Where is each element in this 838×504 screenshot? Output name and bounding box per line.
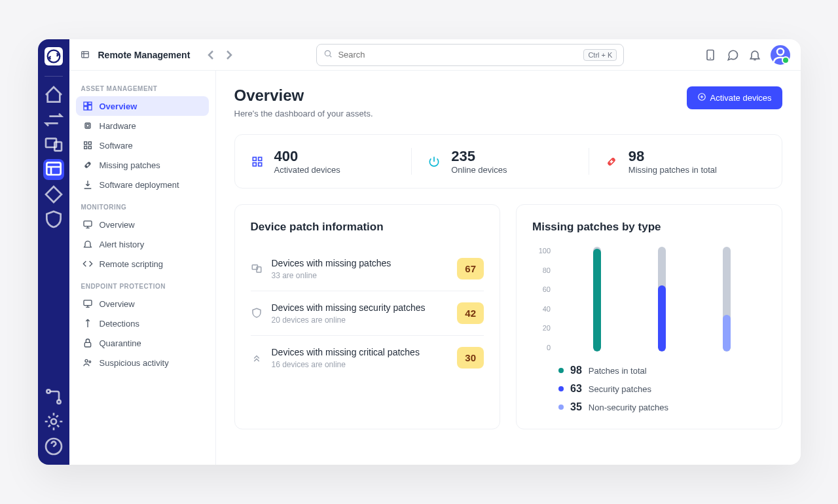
patch-row[interactable]: Devices with missing security patches20 …: [251, 291, 484, 335]
stat-label: Activated devices: [274, 165, 340, 175]
patch-row[interactable]: Devices with missing patches33 are onlin…: [251, 247, 484, 291]
plus-circle-icon: [697, 92, 706, 103]
rail-help-icon[interactable]: [43, 436, 64, 457]
svg-rect-25: [84, 221, 92, 226]
stat-value: 235: [451, 148, 507, 165]
shield-icon: [251, 307, 263, 319]
user-avatar[interactable]: [771, 45, 790, 65]
rail-shield-icon[interactable]: [43, 209, 64, 230]
page-subtitle: Here's the dashboard of your assets.: [234, 109, 373, 118]
lock-icon: [82, 338, 93, 348]
monitor-icon: [82, 298, 93, 309]
stat-value: 400: [274, 148, 340, 165]
nav-back-button[interactable]: [203, 47, 219, 63]
sidebar-item-label: Overview: [100, 101, 137, 111]
search-icon: [323, 49, 333, 61]
sidebar-item-hardware[interactable]: Hardware: [76, 116, 209, 135]
sidebar-item-suspicious-activity[interactable]: Suspicious activity: [76, 353, 209, 372]
dashboard-icon: [82, 101, 93, 111]
devices-icon: [251, 262, 263, 274]
svg-rect-35: [608, 158, 615, 166]
sidebar-item-label: Missing patches: [100, 160, 160, 170]
activate-devices-button[interactable]: Activate devices: [687, 86, 782, 109]
axis-tick: 40: [532, 305, 551, 313]
sidebar-item-alert-history[interactable]: Alert history: [76, 234, 209, 254]
app-logo[interactable]: [45, 47, 63, 65]
patch-info-card: Device patch information Devices with mi…: [234, 204, 501, 429]
sidebar-item-overview[interactable]: Overview: [76, 215, 209, 234]
svg-rect-14: [88, 105, 91, 110]
chat-icon[interactable]: [726, 48, 739, 62]
section-title: Remote Management: [98, 50, 191, 60]
sidebar-item-quarantine[interactable]: Quarantine: [76, 333, 209, 353]
patch-count-badge: 67: [457, 258, 484, 279]
svg-point-6: [51, 419, 56, 424]
sidebar-item-overview[interactable]: Overview: [76, 294, 209, 314]
rail-tag-icon[interactable]: [43, 184, 64, 205]
rail-management-icon[interactable]: [43, 159, 64, 180]
sidebar-item-label: Overview: [100, 220, 135, 230]
sidebar-item-label: Quarantine: [100, 338, 141, 348]
sidebar-item-detections[interactable]: Detections: [76, 314, 209, 333]
legend-label: Non-security patches: [589, 403, 668, 412]
svg-rect-32: [258, 157, 261, 160]
code-icon: [82, 259, 93, 269]
nav-forward-button[interactable]: [221, 47, 237, 63]
stat-label: Online devices: [451, 165, 507, 175]
rail-home-icon[interactable]: [43, 84, 64, 105]
axis-tick: 60: [532, 285, 551, 293]
svg-rect-34: [258, 162, 261, 166]
svg-rect-26: [84, 300, 92, 306]
patch-icon: [605, 155, 618, 168]
bar-chart: 100806040200: [532, 247, 766, 351]
search-box[interactable]: Ctrl + K: [316, 44, 624, 66]
svg-point-11: [777, 48, 784, 55]
patch-row-title: Devices with missing security patches: [272, 302, 448, 314]
search-input[interactable]: [338, 50, 578, 60]
patch-count-badge: 30: [457, 347, 484, 369]
bell-icon[interactable]: [748, 48, 761, 62]
axis-tick: 80: [532, 266, 551, 274]
svg-rect-19: [88, 142, 91, 145]
sidebar-item-label: Remote scripting: [100, 259, 164, 269]
detect-icon: [82, 318, 93, 329]
svg-point-5: [57, 400, 60, 403]
stat-online-devices: 235Online devices: [411, 148, 589, 175]
svg-point-4: [46, 389, 50, 393]
legend-item: 98Patches in total: [558, 365, 766, 376]
device-icon[interactable]: [704, 48, 717, 62]
stat-value: 98: [628, 148, 717, 165]
patch-row-subtitle: 33 are online: [272, 271, 448, 280]
legend-label: Security patches: [589, 384, 651, 394]
rail-workflow-icon[interactable]: [43, 386, 64, 407]
patch-row[interactable]: Devices with missing critical patches16 …: [251, 335, 484, 380]
sidebar-item-label: Detections: [100, 319, 139, 329]
stats-card: 400Activated devices235Online devices98M…: [234, 134, 782, 189]
page-title: Overview: [234, 86, 373, 105]
monitor-icon: [82, 219, 93, 230]
svg-point-24: [88, 163, 89, 164]
svg-rect-15: [84, 107, 87, 110]
sidebar-item-missing-patches[interactable]: Missing patches: [76, 155, 209, 175]
rail-settings-icon[interactable]: [43, 411, 64, 432]
power-icon: [428, 155, 441, 168]
sidebar-item-remote-scripting[interactable]: Remote scripting: [76, 254, 209, 274]
svg-point-23: [86, 166, 86, 166]
sidebar-item-software[interactable]: Software: [76, 135, 209, 155]
sidebar-item-software-deployment[interactable]: Software deployment: [76, 175, 209, 194]
chart-card: Missing patches by type 100806040200 98P…: [516, 204, 782, 429]
svg-rect-31: [253, 157, 256, 160]
svg-point-29: [89, 361, 91, 363]
svg-rect-20: [84, 146, 86, 149]
chart-bar: [658, 247, 666, 351]
legend-value: 98: [570, 365, 582, 376]
rail-transfer-icon[interactable]: [43, 109, 64, 130]
sidebar-item-overview[interactable]: Overview: [76, 96, 209, 116]
stat-activated-devices: 400Activated devices: [251, 148, 412, 175]
card-title: Missing patches by type: [532, 221, 766, 234]
deploy-icon: [82, 179, 93, 190]
chart-bar: [593, 247, 601, 351]
rail-devices-icon[interactable]: [43, 134, 64, 155]
patch-icon: [82, 160, 93, 170]
sidebar-item-label: Overview: [100, 299, 135, 309]
